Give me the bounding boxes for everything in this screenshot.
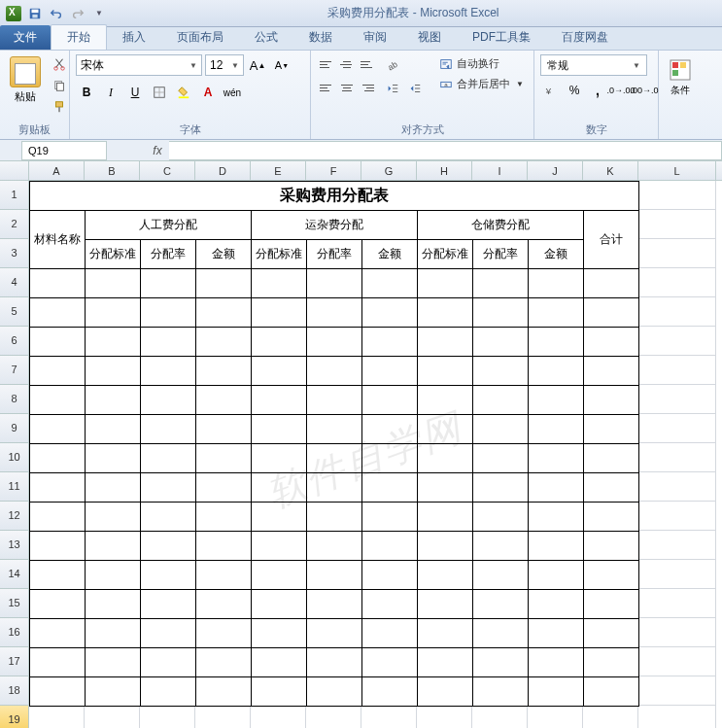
col-header-I[interactable]: I	[472, 161, 528, 180]
row-header-3[interactable]: 3	[0, 239, 29, 268]
redo-icon[interactable]	[68, 4, 87, 23]
excel-app-icon[interactable]	[4, 4, 23, 23]
quick-access-toolbar: ▼	[4, 4, 109, 23]
col-header-J[interactable]: J	[528, 161, 583, 180]
number-format-select[interactable]: 常规▼	[540, 54, 647, 76]
row-header-19[interactable]: 19	[0, 706, 29, 728]
row-header-6[interactable]: 6	[0, 327, 29, 356]
svg-rect-27	[672, 70, 678, 76]
decrease-indent-icon[interactable]	[382, 78, 403, 99]
increase-decimal-icon[interactable]: .0→.00	[610, 80, 632, 101]
merge-center-button[interactable]: a合并后居中▼	[435, 75, 528, 93]
font-group-label: 字体	[76, 121, 304, 137]
group-number: 常规▼ ¥ % , .0→.00 .00→.0 数字	[534, 51, 659, 139]
italic-button[interactable]: I	[100, 82, 121, 103]
row-header-16[interactable]: 16	[0, 618, 29, 647]
percent-format-icon[interactable]: %	[564, 80, 585, 101]
col-header-C[interactable]: C	[140, 161, 195, 180]
row-header-1[interactable]: 1	[0, 181, 29, 210]
name-box[interactable]: Q19	[21, 141, 107, 160]
svg-rect-8	[58, 107, 60, 112]
align-bottom-icon[interactable]	[358, 54, 377, 74]
bold-button[interactable]: B	[76, 82, 97, 103]
underline-button[interactable]: U	[124, 82, 146, 103]
align-top-icon[interactable]	[317, 54, 336, 74]
qat-dropdown-icon[interactable]: ▼	[89, 4, 109, 23]
conditional-format-button[interactable]: 条件	[665, 54, 696, 99]
tab-data[interactable]: 数据	[293, 25, 348, 50]
row-header-17[interactable]: 17	[0, 647, 29, 676]
format-painter-icon[interactable]	[49, 97, 70, 117]
col-header-G[interactable]: G	[361, 161, 417, 180]
select-all-corner[interactable]	[0, 161, 29, 180]
row-header-4[interactable]: 4	[0, 268, 29, 297]
row-header-2[interactable]: 2	[0, 210, 29, 239]
spreadsheet: ABCDEFGHIJKL 123456789101112131415161718…	[0, 161, 722, 728]
font-size-select[interactable]: 12▼	[205, 54, 244, 76]
formula-input[interactable]	[169, 141, 722, 160]
tab-insert[interactable]: 插入	[107, 25, 161, 50]
align-center-icon[interactable]	[337, 78, 357, 97]
comma-format-icon[interactable]: ,	[587, 80, 608, 101]
fx-icon[interactable]: fx	[146, 141, 169, 160]
row-header-12[interactable]: 12	[0, 502, 29, 531]
row-header-14[interactable]: 14	[0, 560, 29, 589]
align-right-icon[interactable]	[358, 78, 377, 97]
accounting-format-icon[interactable]: ¥	[540, 80, 562, 101]
save-icon[interactable]	[25, 4, 45, 23]
row-header-10[interactable]: 10	[0, 443, 29, 472]
copy-icon[interactable]	[49, 76, 70, 95]
row-header-18[interactable]: 18	[0, 676, 29, 706]
sub-std-2: 分配标准	[252, 240, 307, 269]
row-header-5[interactable]: 5	[0, 297, 29, 327]
increase-indent-icon[interactable]	[404, 78, 426, 99]
align-middle-icon[interactable]	[337, 54, 357, 74]
tab-home[interactable]: 开始	[51, 24, 107, 50]
col-header-E[interactable]: E	[251, 161, 306, 180]
tab-view[interactable]: 视图	[402, 25, 457, 50]
tab-formulas[interactable]: 公式	[239, 25, 293, 50]
cut-icon[interactable]	[49, 54, 70, 74]
svg-rect-6	[56, 83, 63, 90]
phonetic-button[interactable]: wén	[222, 82, 243, 103]
tab-pdf[interactable]: PDF工具集	[457, 25, 546, 50]
row-header-8[interactable]: 8	[0, 385, 29, 414]
undo-icon[interactable]	[47, 4, 66, 23]
row-header-9[interactable]: 9	[0, 414, 29, 443]
decrease-font-icon[interactable]: A▼	[271, 54, 292, 76]
group-clipboard: 粘贴 剪贴板	[0, 51, 70, 139]
col-header-B[interactable]: B	[85, 161, 140, 180]
col-header-A[interactable]: A	[29, 161, 85, 180]
file-tab[interactable]: 文件	[0, 25, 51, 50]
fill-color-button[interactable]	[173, 82, 194, 103]
svg-text:a: a	[444, 80, 448, 87]
sub-std-3: 分配标准	[418, 240, 473, 269]
border-button[interactable]	[149, 82, 170, 103]
font-name-select[interactable]: 宋体▼	[76, 54, 202, 76]
group-alignment: ab 自动换行 a合并后居中▼ 对齐方式	[311, 51, 534, 139]
col-header-L[interactable]: L	[638, 161, 716, 180]
group-styles: 条件	[659, 51, 707, 139]
align-left-icon[interactable]	[317, 78, 336, 97]
col-header-K[interactable]: K	[583, 161, 638, 180]
tab-review[interactable]: 审阅	[348, 25, 402, 50]
row-headers: 12345678910111213141516171819	[0, 181, 29, 728]
font-color-button[interactable]: A	[197, 82, 219, 103]
col-header-D[interactable]: D	[195, 161, 251, 180]
row-header-13[interactable]: 13	[0, 531, 29, 560]
tab-pagelayout[interactable]: 页面布局	[161, 25, 239, 50]
orientation-icon[interactable]: ab	[382, 54, 403, 76]
tab-baidu[interactable]: 百度网盘	[546, 25, 624, 50]
row-header-7[interactable]: 7	[0, 356, 29, 385]
table-title: 采购费用分配表	[30, 182, 639, 211]
increase-font-icon[interactable]: A▲	[247, 54, 268, 76]
col-header-H[interactable]: H	[417, 161, 472, 180]
paste-icon	[10, 56, 41, 87]
sub-amt-1: 金额	[196, 240, 252, 269]
col-header-F[interactable]: F	[306, 161, 361, 180]
row-header-11[interactable]: 11	[0, 472, 29, 502]
paste-button[interactable]: 粘贴	[6, 54, 45, 106]
wrap-text-button[interactable]: 自动换行	[435, 54, 528, 73]
decrease-decimal-icon[interactable]: .00→.0	[634, 80, 655, 101]
row-header-15[interactable]: 15	[0, 589, 29, 618]
